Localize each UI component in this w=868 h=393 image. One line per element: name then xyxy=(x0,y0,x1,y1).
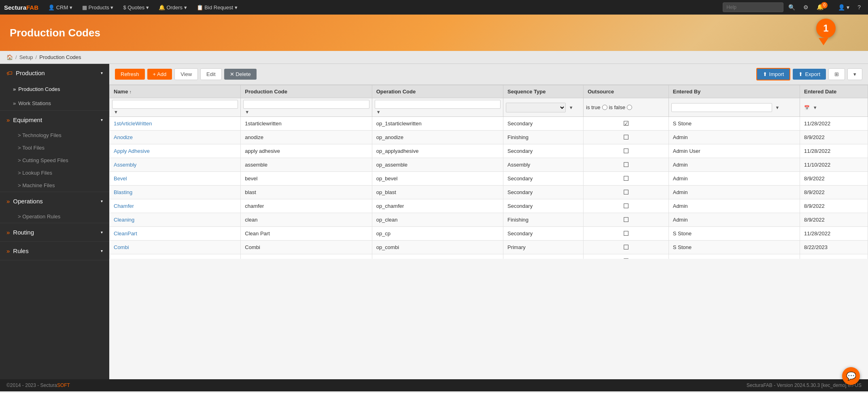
name-link[interactable]: Bevel xyxy=(114,175,127,182)
sidebar-item-routing[interactable]: » Routing ▾ xyxy=(0,223,109,241)
name-link[interactable]: Anodize xyxy=(114,134,133,140)
cell-operation-code: op_chamfer xyxy=(372,199,503,213)
nav-quotes[interactable]: $ Quotes ▾ xyxy=(119,2,153,13)
help-icon[interactable]: ? xyxy=(854,2,864,12)
filter-calendar-icon[interactable]: 📅 xyxy=(804,105,810,110)
sidebar-item-lookup-files[interactable]: > Lookup Files xyxy=(0,167,109,179)
refresh-button[interactable]: Refresh xyxy=(115,69,145,80)
cell-outsource: ☐ xyxy=(584,172,669,186)
nav-orders[interactable]: 🔔 Orders ▾ xyxy=(155,2,191,13)
chevron-cutting-icon: > xyxy=(18,157,21,163)
settings-icon[interactable]: ⚙ xyxy=(800,2,812,12)
sidebar-item-production-codes[interactable]: » Production Codes xyxy=(0,82,109,96)
sidebar-item-technology-files[interactable]: > Technology Files xyxy=(0,129,109,142)
sidebar-item-tool-files[interactable]: > Tool Files xyxy=(0,142,109,154)
table-row: Chamfer chamfer op_chamfer Secondary ☐ A… xyxy=(110,199,868,213)
name-link[interactable]: Cleaning xyxy=(114,217,134,223)
edit-button[interactable]: Edit xyxy=(200,68,221,80)
name-link[interactable]: CleanPart xyxy=(114,230,137,237)
filter-name-icon[interactable]: ▼ xyxy=(114,110,118,114)
name-link[interactable]: Blasting xyxy=(114,189,132,195)
sidebar-item-cutting-speed-files[interactable]: > Cutting Speed Files xyxy=(0,154,109,167)
filter-production-code-icon[interactable]: ▼ xyxy=(245,110,249,114)
view-button[interactable]: View xyxy=(174,68,198,80)
more-button[interactable]: ▾ xyxy=(847,68,862,80)
export-button[interactable]: ⬆ Export xyxy=(793,69,826,80)
name-link[interactable]: Combi xyxy=(114,244,129,250)
filter-sequence-type-icon[interactable]: ▼ xyxy=(569,105,573,110)
nav-products[interactable]: ▦ Products ▾ xyxy=(78,2,118,13)
breadcrumb-home[interactable]: 🏠 xyxy=(6,54,13,60)
sidebar-item-machine-files[interactable]: > Machine Files xyxy=(0,179,109,192)
filter-entered-date-icon[interactable]: ▼ xyxy=(813,105,817,110)
table-body: 1stArticleWritten 1starticlewritten op_1… xyxy=(110,117,868,259)
sidebar-item-equipment[interactable]: » Equipment ▾ xyxy=(0,111,109,129)
cell-outsource: ☐ xyxy=(584,241,669,254)
cell-entered-date: 8/9/2022 xyxy=(800,172,868,186)
cell-sequence-type: Secondary xyxy=(503,117,583,131)
notification-badge: 0 xyxy=(821,2,828,8)
name-link[interactable]: 1stArticleWritten xyxy=(114,120,152,127)
main-layout: 🏷 Production ▾ » Production Codes » Work… xyxy=(0,64,868,379)
footer-version: SecturaFAB - Version 2024.5.30.3 [kec_de… xyxy=(747,382,862,388)
sidebar-item-work-stations[interactable]: » Work Stations xyxy=(0,96,109,110)
sidebar-section-routing: » Routing ▾ xyxy=(0,223,109,242)
outsource-radio-true[interactable] xyxy=(602,105,607,110)
search-icon[interactable]: 🔍 xyxy=(785,2,798,12)
chevron-tool-icon: > xyxy=(18,145,21,151)
cell-outsource: ☐ xyxy=(584,213,669,227)
nav-crm[interactable]: 👤 CRM ▾ xyxy=(44,2,76,13)
cell-production-code: 1starticlewritten xyxy=(241,117,372,131)
cell-entered-date: 11/28/2022 xyxy=(800,117,868,131)
notifications-icon[interactable]: 🔔0 xyxy=(813,2,833,13)
user-icon[interactable]: 👤 ▾ xyxy=(835,2,853,12)
import-button[interactable]: ⬆ Import xyxy=(756,68,791,80)
col-name[interactable]: Name xyxy=(110,85,241,98)
sidebar-item-operations[interactable]: » Operations ▾ xyxy=(0,192,109,210)
cell-entered-date: 11/10/2022 xyxy=(800,158,868,172)
filter-production-code-input[interactable] xyxy=(243,100,369,109)
breadcrumb-setup[interactable]: Setup xyxy=(19,54,33,60)
sidebar-item-rules[interactable]: » Rules ▾ xyxy=(0,242,109,260)
filter-sequence-type-select[interactable]: Primary Secondary Finishing Assembly xyxy=(506,103,566,112)
filter-operation-code-input[interactable] xyxy=(375,100,501,109)
sidebar-production-label: Production xyxy=(16,70,45,76)
sidebar-item-operation-rules[interactable]: > Operation Rules xyxy=(0,210,109,223)
name-link[interactable]: Counter Sink xyxy=(114,258,144,259)
cell-entered-by: Admin xyxy=(669,213,800,227)
filter-entered-by-icon[interactable]: ▼ xyxy=(775,105,779,110)
cell-production-code: Clean Part xyxy=(241,227,372,241)
cell-entered-by: S Stone xyxy=(669,241,800,254)
table-row: Anodize anodize op_anodize Finishing ☐ A… xyxy=(110,131,868,144)
add-button[interactable]: + Add xyxy=(147,69,172,80)
nav-bid-request[interactable]: 📋 Bid Request ▾ xyxy=(193,2,242,13)
delete-button[interactable]: ✕ Delete xyxy=(224,69,257,80)
footer: ©2014 - 2023 - SecturaSOFT SecturaFAB - … xyxy=(0,379,868,391)
chevron-op-rules-icon: > xyxy=(18,213,21,220)
filter-operation-code-icon[interactable]: ▼ xyxy=(376,110,381,114)
help-input[interactable] xyxy=(723,2,783,12)
cell-operation-code: op_applyadhesive xyxy=(372,144,503,158)
filter-entered-by-input[interactable] xyxy=(671,103,772,112)
chevron-machine-icon: > xyxy=(18,182,21,188)
cell-entered-by: Admin xyxy=(669,158,800,172)
routing-icon: » xyxy=(6,229,10,236)
brand-logo[interactable]: SecturaFAB xyxy=(4,4,38,11)
cell-outsource: ☐ xyxy=(584,144,669,158)
cell-entered-date: 11/28/2022 xyxy=(800,227,868,241)
chat-button[interactable]: 💬 xyxy=(842,367,860,385)
sidebar-tool-files-label: Tool Files xyxy=(22,145,45,151)
sidebar-cutting-speed-files-label: Cutting Speed Files xyxy=(22,157,68,163)
cell-sequence-type: Secondary xyxy=(503,199,583,213)
cell-entered-by: Admin xyxy=(669,172,800,186)
name-link[interactable]: Apply Adhesive xyxy=(114,148,150,154)
page-title: Production Codes xyxy=(10,27,100,39)
name-link[interactable]: Chamfer xyxy=(114,203,134,209)
columns-button[interactable]: ⊞ xyxy=(828,68,845,80)
outsource-radio-false[interactable] xyxy=(627,105,632,110)
sidebar-equipment-label: Equipment xyxy=(13,116,42,123)
sidebar-item-production[interactable]: 🏷 Production ▾ xyxy=(0,64,109,82)
name-link[interactable]: Assembly xyxy=(114,162,136,168)
filter-name-input[interactable] xyxy=(112,100,238,109)
sidebar-operations-label: Operations xyxy=(13,198,42,205)
